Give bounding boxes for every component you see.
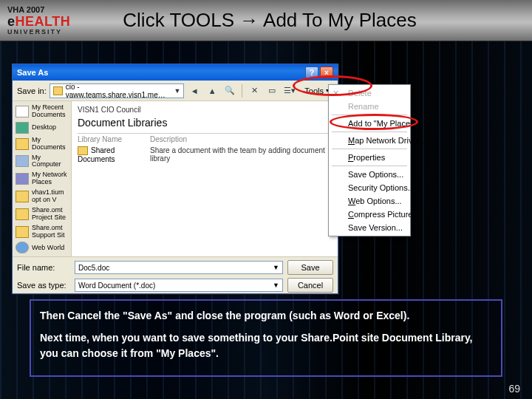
place-mycomputer[interactable]: My Computer (14, 153, 69, 171)
menu-item[interactable]: Save Version... (329, 221, 410, 234)
save-in-label: Save in: (17, 86, 47, 95)
menu-item[interactable]: Compress Pictures... (329, 208, 410, 221)
new-folder-icon[interactable]: ▭ (265, 83, 279, 98)
places-bar: My Recent Documents Desktop My Documents… (13, 101, 72, 273)
logo-sub: UNIVERSITY (7, 28, 70, 35)
breadcrumb: VISN1 CIO Council (78, 106, 332, 114)
cancel-button[interactable]: Cancel (287, 278, 333, 293)
logo-year: VHA 2007 (7, 6, 70, 14)
menu-item[interactable]: Security Options... (329, 181, 410, 194)
menu-item[interactable]: Map Network Drive... (329, 134, 410, 147)
save-in-field[interactable]: cio - vaww.teams.share.visn1.me… ▼ (50, 83, 185, 98)
col-desc: Description (150, 135, 187, 143)
slide-title: Click TOOLS → Add To My Places (111, 9, 532, 32)
up-icon[interactable]: ▲ (205, 83, 219, 98)
place-custom-3[interactable]: Share.omt Support Sit (14, 223, 69, 241)
ehealth-logo: VHA 2007 eHEALTH UNIVERSITY (7, 4, 111, 38)
place-web[interactable]: Web World (14, 240, 69, 255)
menu-item: Rename (329, 100, 410, 113)
close-button[interactable]: × (320, 66, 333, 78)
filename-label: File name: (17, 263, 70, 272)
place-desktop[interactable]: Desktop (14, 120, 69, 135)
filename-field[interactable]: Doc5.doc▼ (75, 261, 283, 274)
saveastype-field[interactable]: Word Document (*.doc)▼ (75, 279, 283, 292)
doclib-heading: Document Libraries (78, 117, 332, 129)
help-button[interactable]: ? (305, 66, 318, 78)
place-custom-2[interactable]: Share.omt Project Site (14, 205, 69, 223)
note-line-2: Next time, when you want to save somethi… (40, 330, 492, 361)
menu-item: ✕Delete (329, 86, 410, 100)
dialog-content: VISN1 CIO Council Document Libraries Lib… (72, 101, 338, 273)
saveastype-label: Save as type: (17, 281, 70, 290)
save-in-value: cio - vaww.teams.share.visn1.me… (66, 83, 171, 99)
search-icon[interactable]: 🔍 (222, 83, 237, 98)
views-icon[interactable]: ☰▾ (282, 83, 297, 98)
library-item[interactable]: Shared Documents Share a document with t… (78, 146, 332, 163)
nav-toolbar: Save in: cio - vaww.teams.share.visn1.me… (13, 81, 338, 101)
menu-item[interactable]: Save Options... (329, 168, 410, 181)
place-mydocs[interactable]: My Documents (14, 135, 69, 153)
place-network[interactable]: My Network Places (14, 170, 69, 188)
folder-icon (53, 86, 63, 95)
dialog-titlebar[interactable]: Save As ? × (13, 64, 338, 81)
place-custom-1[interactable]: vhav1.tium opt on V (14, 188, 69, 205)
back-icon[interactable]: ◄ (187, 83, 202, 98)
save-button[interactable]: Save (287, 260, 333, 275)
slide-header: VHA 2007 eHEALTH UNIVERSITY Click TOOLS … (0, 0, 532, 41)
instruction-box: Then Cancel the "Save As" and close the … (30, 299, 502, 377)
delete-icon[interactable]: ✕ (247, 83, 262, 98)
menu-item[interactable]: Web Options... (329, 194, 410, 208)
save-as-dialog: Save As ? × Save in: cio - vaww.teams.sh… (12, 64, 338, 294)
col-name: Library Name (78, 135, 141, 143)
place-recent[interactable]: My Recent Documents (14, 103, 69, 120)
page-number: 69 (508, 383, 520, 395)
menu-item[interactable]: Properties (329, 151, 410, 164)
chevron-down-icon[interactable]: ▼ (174, 87, 180, 95)
tools-menu: ✕DeleteRenameAdd to "My Places"Map Netwo… (328, 84, 411, 236)
folder-icon (78, 146, 88, 155)
delete-icon: ✕ (332, 89, 343, 98)
menu-item[interactable]: Add to "My Places" (329, 117, 410, 130)
dialog-title: Save As (17, 68, 304, 77)
note-line-1: Then Cancel the "Save As" and close the … (40, 308, 492, 323)
